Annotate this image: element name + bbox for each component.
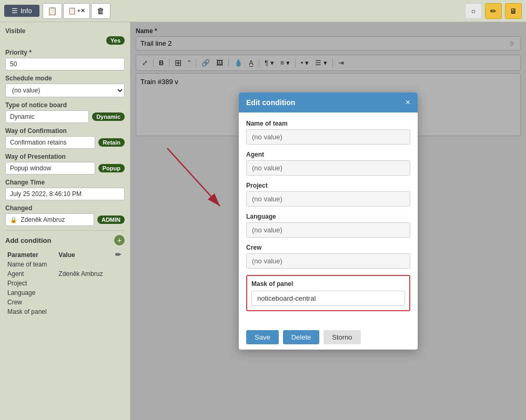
- pencil-icon: ✏: [490, 7, 497, 15]
- language-input[interactable]: [246, 222, 410, 238]
- project-label: Project: [246, 182, 410, 189]
- storno-button[interactable]: Storno: [323, 330, 360, 344]
- monitor-icon: 🖥: [510, 7, 517, 15]
- doc-plus-icon: 📋: [68, 7, 76, 15]
- change-time-label: Change Time: [5, 179, 125, 186]
- value-cell: [56, 307, 113, 316]
- table-row: Agent Zdeněk Ambruz: [5, 269, 125, 279]
- way-presentation-label: Way of Presentation: [5, 153, 125, 160]
- mask-label: Mask of panel: [251, 280, 405, 288]
- doc-icon: 📋: [47, 6, 57, 16]
- type-label: Type of notice board: [5, 101, 125, 109]
- circle-button[interactable]: ○: [465, 3, 482, 19]
- info-button[interactable]: ☰ Info: [4, 5, 39, 17]
- lock-icon: 🔒: [10, 217, 17, 223]
- agent-input[interactable]: [246, 160, 410, 176]
- change-time-row: Change Time July 25 2022, 8:46:10 PM: [5, 179, 125, 200]
- add-condition-label: Add condition: [5, 237, 51, 244]
- name-of-team-field: Name of team: [246, 120, 410, 145]
- changed-user: 🔒 Zdeněk Ambruz: [5, 213, 94, 226]
- condition-table: Parameter Value ✏ Name of team Agent Zde…: [5, 250, 125, 316]
- monitor-button[interactable]: 🖥: [505, 3, 522, 19]
- value-header: Value: [56, 250, 113, 260]
- modal-body: Name of team Agent Project Language: [239, 112, 418, 325]
- way-presentation-row: Way of Presentation Popup window Popup: [5, 153, 125, 175]
- priority-row: Priority *: [5, 49, 125, 70]
- name-of-team-input[interactable]: [246, 129, 410, 145]
- param-cell: Mask of panel: [5, 307, 56, 316]
- type-row: Type of notice board Dynamic Dynamic: [5, 101, 125, 123]
- way-confirmation-label: Way of Confirmation: [5, 127, 125, 135]
- project-input[interactable]: [246, 191, 410, 207]
- doc-buttons: 📋 📋 +✕ 🗑: [43, 3, 110, 19]
- table-edit-icon[interactable]: ✏: [115, 251, 121, 259]
- param-cell: Agent: [5, 269, 56, 279]
- add-condition-button[interactable]: +: [114, 235, 125, 245]
- modal-title: Edit condition: [246, 98, 295, 107]
- param-header: Parameter: [5, 250, 56, 260]
- crew-field: Crew: [246, 244, 410, 269]
- plus-text: +✕: [77, 7, 85, 14]
- sidebar: Visible Yes Priority * Schedule mode (no…: [0, 22, 130, 420]
- type-badge: Dynamic: [92, 112, 125, 121]
- edit-condition-modal: Edit condition × Name of team Agent Proj…: [239, 93, 418, 350]
- crew-input[interactable]: [246, 253, 410, 269]
- name-of-team-label: Name of team: [246, 120, 410, 127]
- divider: [5, 230, 125, 231]
- modal-close-button[interactable]: ×: [406, 98, 410, 107]
- value-cell: [56, 288, 113, 298]
- info-label: Info: [21, 7, 32, 15]
- param-cell: Name of team: [5, 260, 56, 269]
- crew-label: Crew: [246, 244, 410, 251]
- doc-plus-button[interactable]: 📋 +✕: [63, 3, 90, 19]
- changed-user-name: Zdeněk Ambruz: [21, 216, 65, 223]
- toolbar-right: ○ ✏ 🖥: [465, 3, 522, 19]
- language-field: Language: [246, 213, 410, 238]
- edit-button[interactable]: ✏: [485, 3, 502, 19]
- project-field: Project: [246, 182, 410, 207]
- trash-icon: 🗑: [97, 6, 105, 15]
- schedule-mode-select[interactable]: (no value): [5, 84, 125, 97]
- table-row: Name of team: [5, 260, 125, 269]
- modal-footer: Save Delete Storno: [239, 325, 418, 350]
- main-layout: Visible Yes Priority * Schedule mode (no…: [0, 22, 526, 420]
- visible-label: Visible: [5, 27, 125, 35]
- type-input: Dynamic: [5, 110, 89, 123]
- param-cell: Language: [5, 288, 56, 298]
- schedule-mode-label: Schedule mode: [5, 75, 125, 82]
- top-toolbar: ☰ Info 📋 📋 +✕ 🗑 ○ ✏ 🖥: [0, 0, 526, 22]
- doc-button[interactable]: 📋: [43, 3, 62, 19]
- visible-row: Visible Yes: [5, 27, 125, 45]
- changed-label: Changed: [5, 204, 125, 212]
- param-cell: Crew: [5, 298, 56, 307]
- value-cell: [56, 279, 113, 288]
- mask-input[interactable]: [251, 291, 405, 306]
- table-row: Project: [5, 279, 125, 288]
- save-button[interactable]: Save: [246, 330, 279, 344]
- language-label: Language: [246, 213, 410, 220]
- priority-input[interactable]: [5, 58, 125, 70]
- info-icon: ☰: [12, 7, 18, 15]
- way-presentation-input: Popup window: [5, 162, 95, 175]
- modal-overlay: Edit condition × Name of team Agent Proj…: [130, 22, 526, 420]
- trash-button[interactable]: 🗑: [91, 3, 110, 19]
- priority-label: Priority *: [5, 49, 125, 56]
- way-confirmation-input: Confirmation retains: [5, 136, 95, 149]
- delete-button[interactable]: Delete: [283, 330, 320, 344]
- change-time-value: July 25 2022, 8:46:10 PM: [5, 188, 125, 200]
- agent-label: Agent: [246, 151, 410, 158]
- changed-row: Changed 🔒 Zdeněk Ambruz ADMIN: [5, 204, 125, 226]
- circle-icon: ○: [471, 7, 476, 15]
- modal-header: Edit condition ×: [239, 93, 418, 112]
- table-row: Mask of panel: [5, 307, 125, 316]
- table-row: Language: [5, 288, 125, 298]
- way-confirmation-row: Way of Confirmation Confirmation retains…: [5, 127, 125, 149]
- add-condition-row: Add condition +: [5, 235, 125, 245]
- way-confirmation-badge: Retain: [98, 138, 125, 147]
- table-row: Crew: [5, 298, 125, 307]
- way-presentation-badge: Popup: [98, 164, 125, 172]
- value-cell: Zdeněk Ambruz: [56, 269, 113, 279]
- agent-field: Agent: [246, 151, 410, 176]
- value-cell: [56, 260, 113, 269]
- changed-badge: ADMIN: [97, 216, 125, 224]
